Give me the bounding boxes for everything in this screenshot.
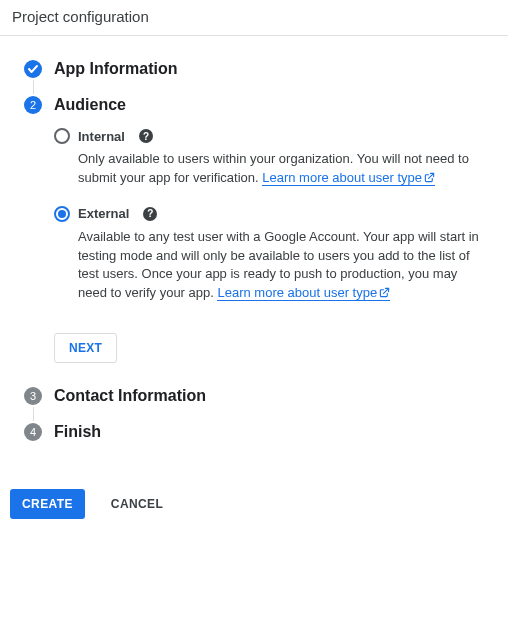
step-connector [33, 407, 34, 421]
step-app-information: App Information [20, 60, 488, 96]
help-icon[interactable]: ? [143, 207, 157, 221]
audience-form: Internal ? Only available to users withi… [54, 114, 488, 381]
step-connector [33, 80, 34, 94]
external-link-icon [422, 170, 435, 185]
step-number-badge: 3 [24, 387, 42, 405]
radio-external-row: External ? [54, 206, 488, 222]
step-number-badge: 4 [24, 423, 42, 441]
step-finish: 4 Finish [20, 423, 488, 469]
step-title: Finish [54, 423, 488, 441]
radio-internal-row: Internal ? [54, 128, 488, 144]
cancel-button[interactable]: CANCEL [105, 496, 169, 512]
step-number-badge: 2 [24, 96, 42, 114]
step-complete-icon [24, 60, 42, 78]
step-title: App Information [54, 60, 488, 78]
radio-external-label: External [78, 206, 129, 221]
external-link-icon [377, 285, 390, 300]
step-title: Contact Information [54, 387, 488, 405]
page-header: Project configuration [0, 0, 508, 36]
step-audience: 2 Audience Internal ? Only available to … [20, 96, 488, 387]
footer-actions: CREATE CANCEL [0, 489, 508, 539]
page-title: Project configuration [12, 8, 149, 25]
external-description: Available to any test user with a Google… [54, 228, 488, 303]
internal-description: Only available to users within your orga… [54, 150, 488, 188]
next-button[interactable]: NEXT [54, 333, 117, 363]
step-contact-information: 3 Contact Information [20, 387, 488, 423]
radio-internal-label: Internal [78, 129, 125, 144]
radio-internal[interactable] [54, 128, 70, 144]
create-button[interactable]: CREATE [10, 489, 85, 519]
help-icon[interactable]: ? [139, 129, 153, 143]
step-title: Audience [54, 96, 488, 114]
learn-more-internal-link[interactable]: Learn more about user type [262, 170, 435, 186]
learn-more-external-link[interactable]: Learn more about user type [217, 285, 390, 301]
stepper: App Information 2 Audience Internal ? On… [0, 36, 508, 489]
radio-external[interactable] [54, 206, 70, 222]
